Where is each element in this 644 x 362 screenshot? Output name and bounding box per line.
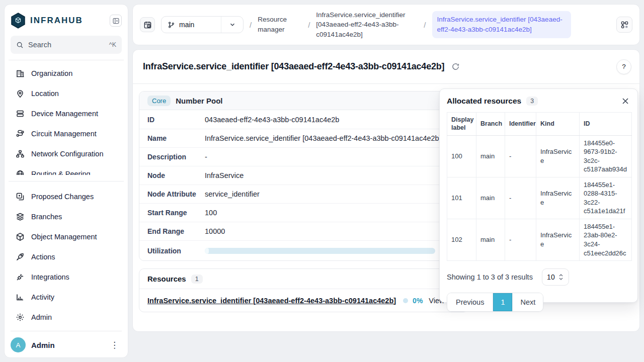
help-button[interactable]: ? [616,59,631,74]
field-label: Utilization [147,247,205,255]
previous-page-button[interactable]: Previous [447,293,493,311]
search-shortcut: ^K [109,41,116,48]
resource-row: InfraService.service_identifier [043aeae… [139,289,468,312]
field-row-utilization: Utilization [139,240,468,260]
sidebar-item-label: Location [31,89,59,98]
breadcrumb-pool[interactable]: InfraService.service_identifier [043aeae… [316,10,418,40]
layers-icon [16,212,25,221]
cell-display: 100 [447,135,476,177]
column-identifier: Identifier [505,113,536,136]
user-menu-button[interactable]: ⋮ [107,339,122,351]
sidebar-item-label: Network Configuration [31,150,103,158]
branch-selector-value: main [162,21,221,29]
cell-kind: InfraService [536,135,580,177]
sidebar-item-location[interactable]: Location [11,83,122,104]
field-value: InfraService.service_identifier [043aeae… [205,134,460,142]
page-1-button[interactable]: 1 [493,293,512,311]
cell-id: 184455e1-0288-4315-3c22-c51a1e1da21f [580,177,632,219]
sidebar-item-activity[interactable]: Activity [11,287,122,307]
server-icon [16,109,25,118]
table-row[interactable]: 100 main - InfraService 184455e0-9673-91… [447,135,632,177]
cell-kind: InfraService [536,219,580,260]
field-value: 043aeaed-eff2-4e43-a3bb-c09141ac4e2b [205,116,460,124]
git-branch-icon [168,21,175,29]
page-size-select[interactable]: 10 [542,268,569,286]
field-label: Name [147,134,205,142]
table-row[interactable]: 101 main - InfraService 184455e1-0288-43… [447,177,632,219]
schema-visualizer-button[interactable] [616,17,632,33]
sidebar-item-integrations[interactable]: Integrations [11,267,122,287]
breadcrumb-current[interactable]: InfraService.service_identifier [043aeae… [432,11,571,38]
plug-icon [16,273,25,282]
resource-percent: 0% [413,297,423,305]
field-row-node-attribute: Node Attribute service_identifier [139,185,468,203]
chevron-up-down-icon [558,274,564,281]
table-row[interactable]: 102 main - InfraService 184455e1-23ab-80… [447,219,632,260]
search-input[interactable]: Search ^K [11,36,122,54]
results-summary-row: Showing 1 to 3 of 3 results 10 [447,268,630,286]
sidebar-item-device-management[interactable]: Device Management [11,104,122,124]
field-label: Start Range [147,209,205,217]
cell-branch: main [476,135,505,177]
git-diff-icon [16,192,25,201]
sidebar-item-proposed-changes[interactable]: Proposed Changes [11,187,122,207]
brand-name: INFRAHUB [30,16,105,26]
sidebar-item-routing-peering[interactable]: Routing & Peering [11,164,122,175]
cell-kind: InfraService [536,177,580,219]
field-value: InfraService [205,171,460,179]
close-icon[interactable] [620,96,630,106]
map-pin-icon [16,89,25,98]
page-title: InfraService.service_identifier [043aeae… [143,61,444,72]
sidebar-item-label: Circuit Management [31,130,97,138]
breadcrumb-resource-manager[interactable]: Resource manager [258,15,302,34]
field-label: Description [147,153,205,161]
resource-link[interactable]: InfraService.service_identifier [043aeae… [147,297,396,305]
logo-row: INFRAHUB [11,11,122,31]
time-travel-button[interactable] [140,17,155,32]
sidebar-item-label: Integrations [31,273,69,281]
cube-icon [16,232,25,241]
cell-branch: main [476,177,505,219]
breadcrumb-separator: / [308,21,310,29]
chevron-down-icon [221,17,243,33]
search-placeholder: Search [28,41,105,49]
network-icon [16,149,25,158]
branch-selector[interactable]: main [161,16,244,33]
sidebar-item-object-management[interactable]: Object Management [11,227,122,247]
resources-count-badge: 1 [191,275,203,284]
column-kind: Kind [536,113,580,136]
refresh-icon[interactable] [451,62,460,71]
field-value: service_identifier [205,190,460,198]
sidebar-item-organization[interactable]: Organization [11,63,122,83]
avatar[interactable]: A [11,337,26,352]
field-row-node: Node InfraService [139,166,468,185]
branch-name: main [179,21,194,29]
sidebar-collapse-button[interactable] [110,15,122,27]
top-bar: main / Resource manager / InfraService.s… [132,4,640,45]
field-row-start-range: Start Range 100 [139,203,468,222]
sidebar-item-label: Object Management [31,233,97,241]
cell-identifier: - [505,219,536,260]
user-row: A Admin ⋮ [11,331,122,352]
column-display-label: Display label [447,113,476,136]
sidebar-item-network-configuration[interactable]: Network Configuration [11,144,122,164]
sidebar-item-circuit-management[interactable]: Circuit Management [11,124,122,144]
resources-card: Resources 1 InfraService.service_identif… [139,268,468,312]
sidebar-item-label: Device Management [31,110,98,118]
cell-id: 184455e0-9673-91b2-3c2c-c5187aab934d [580,135,632,177]
next-page-button[interactable]: Next [512,293,543,311]
cell-display: 101 [447,177,476,219]
cell-display: 102 [447,219,476,260]
field-value: 100 [205,209,460,217]
field-row-description: Description - [139,147,468,166]
number-pool-card: Core Number Pool ID 043aeaed-eff2-4e43-a… [139,91,468,261]
field-label: End Range [147,227,205,235]
cell-branch: main [476,219,505,260]
rocket-icon [16,252,25,261]
column-branch: Branch [476,113,505,136]
gear-icon [16,313,25,322]
sidebar-item-admin[interactable]: Admin [11,307,122,327]
sidebar-group-inventory: Organization Location Device Management [11,63,122,175]
sidebar-item-actions[interactable]: Actions [11,247,122,267]
sidebar-item-branches[interactable]: Branches [11,207,122,227]
